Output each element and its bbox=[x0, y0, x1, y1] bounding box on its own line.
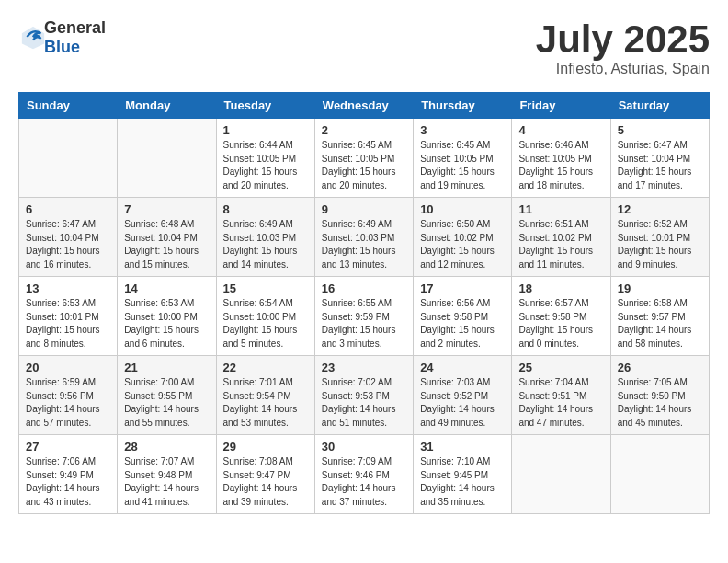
day-number: 30 bbox=[322, 440, 406, 454]
calendar-day-cell bbox=[610, 435, 709, 514]
day-info: Sunrise: 6:56 AMSunset: 9:58 PMDaylight:… bbox=[420, 297, 505, 350]
day-number: 19 bbox=[618, 282, 702, 295]
day-info: Sunrise: 7:10 AMSunset: 9:45 PMDaylight:… bbox=[420, 455, 505, 509]
day-info: Sunrise: 6:54 AMSunset: 10:00 PMDaylight… bbox=[223, 297, 308, 350]
page-header: General Blue July 2025 Infiesto, Asturia… bbox=[18, 18, 710, 77]
calendar-day-cell: 31Sunrise: 7:10 AMSunset: 9:45 PMDayligh… bbox=[414, 435, 512, 514]
day-number: 27 bbox=[26, 440, 110, 454]
day-info: Sunrise: 7:07 AMSunset: 9:48 PMDaylight:… bbox=[124, 455, 209, 509]
day-number: 11 bbox=[518, 202, 603, 216]
day-number: 10 bbox=[420, 202, 505, 216]
day-number: 1 bbox=[223, 123, 308, 137]
day-info: Sunrise: 6:51 AMSunset: 10:02 PMDaylight… bbox=[518, 218, 603, 271]
day-info: Sunrise: 7:08 AMSunset: 9:47 PMDaylight:… bbox=[223, 455, 308, 509]
calendar-day-cell: 11Sunrise: 6:51 AMSunset: 10:02 PMDaylig… bbox=[512, 198, 610, 277]
calendar-day-cell: 2Sunrise: 6:45 AMSunset: 10:05 PMDayligh… bbox=[314, 119, 413, 198]
day-number: 28 bbox=[124, 440, 209, 454]
day-info: Sunrise: 6:47 AMSunset: 10:04 PMDaylight… bbox=[618, 139, 702, 192]
calendar-day-cell: 17Sunrise: 6:56 AMSunset: 9:58 PMDayligh… bbox=[414, 277, 512, 356]
calendar-day-cell: 1Sunrise: 6:44 AMSunset: 10:05 PMDayligh… bbox=[216, 119, 314, 198]
weekday-header: Sunday bbox=[19, 93, 118, 119]
calendar-day-cell: 4Sunrise: 6:46 AMSunset: 10:05 PMDayligh… bbox=[512, 119, 610, 198]
day-info: Sunrise: 7:04 AMSunset: 9:51 PMDaylight:… bbox=[518, 376, 603, 430]
day-info: Sunrise: 6:44 AMSunset: 10:05 PMDaylight… bbox=[223, 139, 308, 192]
weekday-header: Saturday bbox=[610, 93, 709, 119]
day-number: 31 bbox=[420, 440, 505, 454]
logo: General Blue bbox=[18, 18, 106, 57]
calendar-day-cell: 16Sunrise: 6:55 AMSunset: 9:59 PMDayligh… bbox=[314, 277, 413, 356]
day-number: 5 bbox=[618, 123, 702, 137]
day-info: Sunrise: 7:06 AMSunset: 9:49 PMDaylight:… bbox=[26, 455, 110, 509]
calendar-day-cell: 12Sunrise: 6:52 AMSunset: 10:01 PMDaylig… bbox=[610, 198, 709, 277]
day-number: 25 bbox=[518, 361, 603, 374]
calendar-table: SundayMondayTuesdayWednesdayThursdayFrid… bbox=[18, 92, 710, 514]
day-info: Sunrise: 7:03 AMSunset: 9:52 PMDaylight:… bbox=[420, 376, 505, 430]
day-number: 7 bbox=[124, 202, 209, 216]
calendar-day-cell: 29Sunrise: 7:08 AMSunset: 9:47 PMDayligh… bbox=[216, 435, 314, 514]
weekday-header: Wednesday bbox=[314, 93, 413, 119]
day-number: 6 bbox=[26, 202, 110, 216]
day-info: Sunrise: 6:45 AMSunset: 10:05 PMDaylight… bbox=[420, 139, 505, 192]
day-number: 12 bbox=[618, 202, 702, 216]
logo-icon bbox=[20, 25, 46, 51]
calendar-week-row: 6Sunrise: 6:47 AMSunset: 10:04 PMDayligh… bbox=[19, 198, 710, 277]
calendar-day-cell bbox=[19, 119, 118, 198]
day-info: Sunrise: 6:49 AMSunset: 10:03 PMDaylight… bbox=[223, 218, 308, 271]
calendar-week-row: 20Sunrise: 6:59 AMSunset: 9:56 PMDayligh… bbox=[19, 356, 710, 435]
day-info: Sunrise: 6:47 AMSunset: 10:04 PMDaylight… bbox=[26, 218, 110, 271]
logo-text-blue: Blue bbox=[44, 38, 80, 56]
calendar-day-cell: 26Sunrise: 7:05 AMSunset: 9:50 PMDayligh… bbox=[610, 356, 709, 435]
day-info: Sunrise: 6:45 AMSunset: 10:05 PMDaylight… bbox=[322, 139, 406, 192]
day-number: 13 bbox=[26, 282, 110, 295]
location-title: Infiesto, Asturias, Spain bbox=[536, 61, 710, 77]
day-number: 4 bbox=[518, 123, 603, 137]
day-info: Sunrise: 6:50 AMSunset: 10:02 PMDaylight… bbox=[420, 218, 505, 271]
calendar-day-cell: 23Sunrise: 7:02 AMSunset: 9:53 PMDayligh… bbox=[314, 356, 413, 435]
day-info: Sunrise: 6:58 AMSunset: 9:57 PMDaylight:… bbox=[618, 297, 702, 350]
day-number: 9 bbox=[322, 202, 406, 216]
weekday-header: Friday bbox=[512, 93, 610, 119]
calendar-day-cell: 13Sunrise: 6:53 AMSunset: 10:01 PMDaylig… bbox=[19, 277, 118, 356]
calendar-day-cell: 5Sunrise: 6:47 AMSunset: 10:04 PMDayligh… bbox=[610, 119, 709, 198]
calendar-day-cell: 19Sunrise: 6:58 AMSunset: 9:57 PMDayligh… bbox=[610, 277, 709, 356]
calendar-day-cell bbox=[118, 119, 216, 198]
calendar-day-cell: 28Sunrise: 7:07 AMSunset: 9:48 PMDayligh… bbox=[118, 435, 216, 514]
weekday-header: Tuesday bbox=[216, 93, 314, 119]
day-number: 29 bbox=[223, 440, 308, 454]
day-info: Sunrise: 6:46 AMSunset: 10:05 PMDaylight… bbox=[518, 139, 603, 192]
day-info: Sunrise: 7:02 AMSunset: 9:53 PMDaylight:… bbox=[322, 376, 406, 430]
calendar-day-cell: 30Sunrise: 7:09 AMSunset: 9:46 PMDayligh… bbox=[314, 435, 413, 514]
calendar-day-cell: 9Sunrise: 6:49 AMSunset: 10:03 PMDayligh… bbox=[314, 198, 413, 277]
day-info: Sunrise: 6:52 AMSunset: 10:01 PMDaylight… bbox=[618, 218, 702, 271]
day-number: 2 bbox=[322, 123, 406, 137]
day-info: Sunrise: 7:09 AMSunset: 9:46 PMDaylight:… bbox=[322, 455, 406, 509]
title-block: July 2025 Infiesto, Asturias, Spain bbox=[536, 18, 710, 77]
weekday-header: Thursday bbox=[414, 93, 512, 119]
day-info: Sunrise: 7:05 AMSunset: 9:50 PMDaylight:… bbox=[618, 376, 702, 430]
day-number: 15 bbox=[223, 282, 308, 295]
month-title: July 2025 bbox=[536, 18, 710, 61]
day-info: Sunrise: 7:01 AMSunset: 9:54 PMDaylight:… bbox=[223, 376, 308, 430]
calendar-day-cell: 14Sunrise: 6:53 AMSunset: 10:00 PMDaylig… bbox=[118, 277, 216, 356]
calendar-day-cell: 7Sunrise: 6:48 AMSunset: 10:04 PMDayligh… bbox=[118, 198, 216, 277]
calendar-day-cell bbox=[512, 435, 610, 514]
day-info: Sunrise: 7:00 AMSunset: 9:55 PMDaylight:… bbox=[124, 376, 209, 430]
calendar-day-cell: 20Sunrise: 6:59 AMSunset: 9:56 PMDayligh… bbox=[19, 356, 118, 435]
day-info: Sunrise: 6:53 AMSunset: 10:00 PMDaylight… bbox=[124, 297, 209, 350]
day-number: 18 bbox=[518, 282, 603, 295]
calendar-day-cell: 8Sunrise: 6:49 AMSunset: 10:03 PMDayligh… bbox=[216, 198, 314, 277]
day-info: Sunrise: 6:55 AMSunset: 9:59 PMDaylight:… bbox=[322, 297, 406, 350]
day-number: 22 bbox=[223, 361, 308, 374]
day-number: 8 bbox=[223, 202, 308, 216]
day-number: 21 bbox=[124, 361, 209, 374]
calendar-week-row: 27Sunrise: 7:06 AMSunset: 9:49 PMDayligh… bbox=[19, 435, 710, 514]
calendar-day-cell: 18Sunrise: 6:57 AMSunset: 9:58 PMDayligh… bbox=[512, 277, 610, 356]
calendar-day-cell: 24Sunrise: 7:03 AMSunset: 9:52 PMDayligh… bbox=[414, 356, 512, 435]
day-number: 17 bbox=[420, 282, 505, 295]
calendar-day-cell: 3Sunrise: 6:45 AMSunset: 10:05 PMDayligh… bbox=[414, 119, 512, 198]
day-number: 16 bbox=[322, 282, 406, 295]
day-number: 26 bbox=[618, 361, 702, 374]
calendar-header-row: SundayMondayTuesdayWednesdayThursdayFrid… bbox=[19, 93, 710, 119]
calendar-day-cell: 15Sunrise: 6:54 AMSunset: 10:00 PMDaylig… bbox=[216, 277, 314, 356]
day-number: 14 bbox=[124, 282, 209, 295]
